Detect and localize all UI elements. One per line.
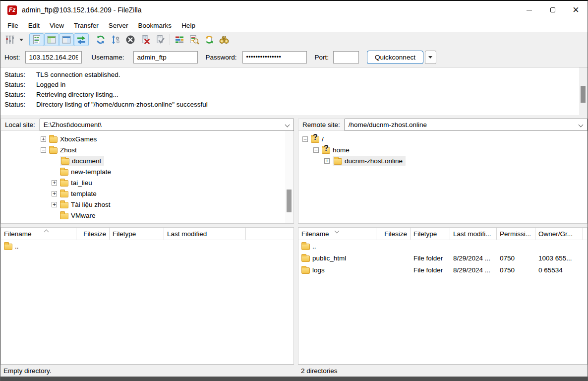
log-entry: Status: Directory listing of "/home/ducn… — [0, 99, 588, 109]
selected-tree-item: document — [60, 156, 104, 166]
file-row-parent-directory[interactable]: .. — [1, 240, 294, 252]
column-header-filesize[interactable]: Filesize — [376, 228, 411, 240]
column-header-owner-group[interactable]: Owner/Gr... — [535, 228, 583, 240]
minimize-button[interactable] — [518, 1, 541, 19]
password-input[interactable] — [242, 51, 307, 64]
transfer-queue-icon — [76, 35, 86, 45]
log-scrollbar[interactable] — [579, 67, 588, 115]
collapse-icon[interactable]: − — [313, 147, 319, 153]
tree-item-label: ducnm-zhost.online — [345, 157, 403, 165]
close-button[interactable] — [564, 1, 588, 19]
toggle-transfer-queue-button[interactable] — [74, 33, 89, 46]
local-tree-item-document[interactable]: document — [1, 155, 294, 166]
quickconnect-dropdown-button[interactable] — [425, 51, 436, 64]
tree-item-label: XboxGames — [60, 135, 97, 143]
column-header-last-modified[interactable]: Last modifi... — [450, 228, 497, 240]
column-label: Filetype — [413, 230, 437, 238]
toolbar — [0, 32, 588, 47]
remote-path-combobox[interactable]: /home/ducnm-zhost.online — [345, 119, 588, 131]
folder-icon — [49, 136, 58, 143]
local-tree-item-xboxgames[interactable]: + XboxGames — [1, 133, 294, 144]
chevron-down-icon — [579, 123, 584, 127]
scrollbar-thumb[interactable] — [287, 190, 292, 212]
port-input[interactable] — [333, 51, 359, 64]
local-tree-item-tai-lieu[interactable]: + tai_lieu — [1, 177, 294, 188]
file-row-public-html[interactable]: public_html File folder 8/29/2024 ... 07… — [298, 252, 587, 264]
local-path-combobox[interactable]: E:\Zhost\document\ — [40, 119, 294, 131]
vertical-splitter[interactable] — [294, 119, 298, 377]
remote-tree-item-home[interactable]: − home — [298, 144, 587, 155]
local-tree-item-template[interactable]: + template — [1, 188, 294, 199]
menu-view[interactable]: View — [45, 20, 69, 31]
quickconnect-bar: Host: Username: Password: Port: Quickcon… — [0, 47, 588, 67]
cancel-operation-button[interactable] — [123, 33, 138, 46]
find-files-button[interactable] — [217, 33, 232, 46]
column-header-filename[interactable]: Filename — [298, 228, 376, 240]
column-header-filename[interactable]: Filename — [1, 228, 76, 240]
scrollbar-thumb[interactable] — [581, 86, 586, 103]
refresh-button[interactable] — [93, 33, 108, 46]
directory-listing-filters-button[interactable] — [172, 33, 187, 46]
horizontal-splitter[interactable] — [298, 224, 588, 227]
remote-site-label: Remote site: — [298, 119, 345, 131]
window-controls — [518, 1, 588, 19]
local-tree-item-zhost[interactable]: − Zhost — [1, 144, 294, 155]
local-tree-item-new-template[interactable]: new-template — [1, 166, 294, 177]
menu-transfer[interactable]: Transfer — [69, 20, 104, 31]
column-header-filesize[interactable]: Filesize — [76, 228, 110, 240]
log-label: Status: — [0, 101, 36, 108]
quickconnect-button[interactable]: Quickconnect — [367, 51, 423, 64]
local-tree-item-tai-lieu-zhost[interactable]: + Tài liệu zhost — [1, 199, 294, 210]
folder-icon — [61, 158, 69, 165]
close-icon — [573, 5, 579, 15]
horizontal-splitter[interactable] — [0, 224, 294, 227]
expand-icon[interactable]: + — [41, 136, 46, 142]
remote-tree-item-ducnm-zhost-online[interactable]: + ducnm-zhost.online — [298, 155, 587, 166]
remote-status-bar: 2 directories — [298, 365, 588, 377]
file-owner-group: 0 65534 — [535, 266, 583, 274]
collapse-icon[interactable]: − — [302, 136, 308, 142]
menu-help[interactable]: Help — [176, 20, 200, 31]
toolbar-separator — [27, 34, 27, 45]
username-input[interactable] — [133, 51, 198, 64]
expand-icon[interactable]: + — [324, 158, 330, 164]
site-manager-button[interactable] — [2, 33, 17, 46]
local-tree-item-vmware[interactable]: VMware — [1, 210, 294, 221]
expand-icon[interactable]: + — [52, 202, 57, 207]
horizontal-splitter[interactable] — [0, 115, 588, 119]
synchronized-browsing-button[interactable] — [202, 33, 217, 46]
toggle-remote-tree-button[interactable] — [59, 33, 74, 46]
menu-file[interactable]: File — [2, 20, 23, 31]
file-row-parent-directory[interactable]: .. — [298, 240, 587, 252]
host-input[interactable] — [25, 51, 82, 64]
site-manager-dropdown-button[interactable] — [17, 33, 25, 46]
local-status-text: Empty directory. — [3, 367, 52, 375]
file-row-logs[interactable]: logs File folder 8/29/2024 ... 0750 0 65… — [298, 264, 587, 276]
remote-tree-icon — [61, 35, 71, 45]
remote-tree-item-root[interactable]: − / — [298, 133, 587, 144]
toggle-message-log-button[interactable] — [29, 33, 44, 46]
toggle-local-tree-button[interactable] — [44, 33, 59, 46]
sort-ascending-icon — [44, 230, 49, 235]
disconnect-button[interactable] — [138, 33, 153, 46]
menu-server[interactable]: Server — [104, 20, 133, 31]
column-header-filetype[interactable]: Filetype — [411, 228, 450, 240]
expand-icon[interactable]: + — [52, 180, 57, 186]
refresh-icon — [96, 35, 106, 45]
remote-list-header: Filename Filesize Filetype Last modifi..… — [298, 228, 587, 240]
directory-comparison-button[interactable] — [187, 33, 202, 46]
menu-edit[interactable]: Edit — [23, 20, 45, 31]
column-header-permissions[interactable]: Permissi... — [497, 228, 535, 240]
reconnect-button[interactable] — [153, 33, 168, 46]
expand-icon[interactable]: + — [52, 191, 57, 196]
tree-item-label: / — [322, 135, 324, 143]
column-header-last-modified[interactable]: Last modified — [164, 228, 246, 240]
site-manager-icon — [5, 35, 15, 45]
menu-bookmarks[interactable]: Bookmarks — [133, 20, 177, 31]
collapse-icon[interactable]: − — [41, 147, 46, 153]
folder-icon — [60, 213, 68, 219]
column-header-filetype[interactable]: Filetype — [110, 228, 164, 240]
maximize-button[interactable] — [541, 1, 564, 19]
local-tree-scrollbar[interactable] — [285, 131, 294, 223]
process-queue-button[interactable] — [108, 33, 123, 46]
